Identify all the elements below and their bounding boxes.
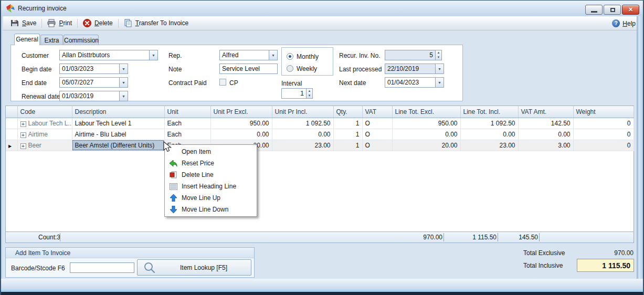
cell-qty[interactable]: 1 bbox=[333, 118, 362, 129]
weekly-radio[interactable] bbox=[287, 65, 293, 72]
cell-qty[interactable]: 1 bbox=[333, 129, 362, 140]
renewal-date-input[interactable] bbox=[59, 91, 120, 101]
cell-code[interactable]: +Airtime bbox=[17, 129, 72, 140]
minimize-button[interactable] bbox=[585, 5, 603, 15]
menu-item-insert-heading-line[interactable]: Insert Heading Line bbox=[165, 181, 257, 192]
end-date-input[interactable] bbox=[59, 77, 120, 88]
cell-line-tot-incl[interactable]: 23.00 bbox=[460, 140, 518, 151]
cell-vat-amt[interactable]: 0.00 bbox=[518, 129, 573, 140]
customer-dropdown-button[interactable]: ▼ bbox=[149, 50, 158, 60]
cell-vat[interactable]: O bbox=[362, 129, 392, 140]
cell-vat-amt[interactable]: 3.00 bbox=[518, 140, 573, 151]
close-button[interactable]: ✕ bbox=[622, 5, 639, 15]
contract-paid-checkbox[interactable] bbox=[219, 79, 226, 86]
menu-item-reset-price[interactable]: Reset Price bbox=[165, 157, 257, 169]
col-header-vat-amt[interactable]: VAT Amt. bbox=[518, 106, 573, 118]
menu-item-move-line-down[interactable]: Move Line Down bbox=[165, 204, 257, 215]
print-icon bbox=[47, 19, 56, 27]
rep-dropdown-button[interactable]: ▼ bbox=[269, 50, 278, 60]
cell-weight[interactable]: 0 bbox=[573, 118, 634, 129]
col-header-line-tot-excl[interactable]: Line Tot. Excl. bbox=[392, 106, 460, 118]
table-row[interactable]: +Airtime Airtime - Blu Label Each 0.00 0… bbox=[6, 129, 634, 140]
tab-extra[interactable]: Extra bbox=[40, 35, 63, 45]
next-date-dropdown-button[interactable]: ▼ bbox=[435, 77, 444, 88]
cell-unit-pr-incl[interactable]: 0.00 bbox=[272, 129, 333, 140]
cell-unit-pr-excl[interactable]: 950.00 bbox=[210, 118, 272, 129]
delete-button[interactable]: Delete bbox=[80, 18, 116, 28]
delete-icon bbox=[83, 19, 91, 27]
chevron-down-icon: ▼ bbox=[271, 54, 275, 57]
last-processed-dropdown-button[interactable]: ▼ bbox=[435, 64, 444, 74]
summary-line-tot-incl: 1 115.50 bbox=[472, 234, 497, 241]
cell-description-selected[interactable]: Beer Amstel (Different Units) bbox=[72, 140, 164, 151]
col-header-code[interactable]: Code bbox=[17, 106, 72, 118]
begin-date-input[interactable] bbox=[59, 64, 120, 74]
cell-unit[interactable]: Each bbox=[164, 129, 210, 140]
col-header-vat[interactable]: VAT bbox=[362, 106, 392, 118]
expander-icon[interactable]: + bbox=[20, 132, 26, 138]
menu-item-delete-line[interactable]: Delete Line bbox=[165, 169, 257, 181]
cell-description[interactable]: Labour Tech Level 1 bbox=[72, 118, 164, 129]
col-header-unit[interactable]: Unit bbox=[164, 106, 210, 118]
transfer-to-invoice-button[interactable]: Transfer To Invoice bbox=[121, 18, 192, 28]
cell-unit-pr-excl[interactable]: 0.00 bbox=[210, 129, 272, 140]
cell-unit[interactable]: Each bbox=[164, 118, 210, 129]
arrow-down-icon bbox=[165, 206, 182, 213]
end-date-dropdown-button[interactable]: ▼ bbox=[119, 77, 128, 88]
cell-vat-amt[interactable]: 142.50 bbox=[518, 118, 573, 129]
col-header-unit-pr-excl[interactable]: Unit Pr Excl. bbox=[210, 106, 272, 118]
recur-inv-no-spinner[interactable]: ▲▼ bbox=[435, 50, 442, 60]
cell-code[interactable]: +Labour Tech L... bbox=[17, 118, 72, 129]
note-input[interactable] bbox=[219, 64, 278, 74]
col-header-line-tot-incl[interactable]: Line Tot. Incl. bbox=[460, 106, 518, 118]
table-row[interactable]: +Labour Tech L... Labour Tech Level 1 Ea… bbox=[6, 118, 634, 129]
col-header-description[interactable]: Description bbox=[72, 106, 164, 118]
next-date-input[interactable] bbox=[385, 77, 436, 88]
tab-commission[interactable]: Commission bbox=[64, 35, 99, 45]
weekly-label: Weekly bbox=[297, 65, 317, 72]
cell-code[interactable]: +Beer bbox=[17, 140, 72, 151]
last-processed-input[interactable] bbox=[385, 64, 436, 74]
expander-icon[interactable]: + bbox=[20, 143, 26, 149]
col-header-weight[interactable]: Weight bbox=[573, 106, 634, 118]
add-item-group: Add Item To Invoice Barcode/Stcode F6 It… bbox=[5, 247, 255, 278]
cell-unit-pr-incl[interactable]: 23.00 bbox=[272, 140, 333, 151]
tab-general-label: General bbox=[16, 36, 38, 43]
expander-icon[interactable]: + bbox=[20, 121, 26, 127]
cell-vat[interactable]: O bbox=[362, 140, 392, 151]
tab-general[interactable]: General bbox=[14, 34, 40, 45]
col-header-qty[interactable]: Qty. bbox=[333, 106, 362, 118]
recur-inv-no-input[interactable] bbox=[385, 50, 436, 60]
cell-description[interactable]: Airtime - Blu Label bbox=[72, 129, 164, 140]
cell-line-tot-excl[interactable]: 20.00 bbox=[392, 140, 460, 151]
cell-weight[interactable]: 0 bbox=[573, 140, 634, 151]
print-button[interactable]: Print bbox=[44, 18, 75, 28]
cell-line-tot-excl[interactable]: 950.00 bbox=[392, 118, 460, 129]
begin-date-dropdown-button[interactable]: ▼ bbox=[119, 64, 128, 74]
interval-input[interactable] bbox=[281, 88, 307, 99]
save-button[interactable]: Save bbox=[7, 18, 39, 28]
customer-input[interactable] bbox=[59, 50, 150, 60]
cell-unit-pr-incl[interactable]: 1 092.50 bbox=[272, 118, 333, 129]
renewal-date-dropdown-button[interactable]: ▼ bbox=[119, 91, 128, 101]
cell-weight[interactable]: 0 bbox=[573, 129, 634, 140]
cell-line-tot-incl[interactable]: 1 092.50 bbox=[460, 118, 518, 129]
insert-heading-icon bbox=[165, 183, 182, 190]
rep-input[interactable] bbox=[219, 50, 269, 60]
reset-price-icon bbox=[165, 160, 182, 167]
interval-spinner[interactable]: ▲▼ bbox=[306, 88, 313, 99]
table-row-selected[interactable]: ▶ +Beer Beer Amstel (Different Units) Ea… bbox=[6, 140, 634, 151]
menu-item-open-item[interactable]: Open Item bbox=[165, 146, 257, 157]
col-header-unit-pr-incl[interactable]: Unit Pr Incl. bbox=[272, 106, 333, 118]
barcode-input[interactable] bbox=[70, 262, 134, 273]
cell-vat[interactable]: O bbox=[362, 118, 392, 129]
recur-inv-no-label: Recur. Inv. No. bbox=[339, 52, 380, 59]
monthly-radio[interactable] bbox=[287, 53, 293, 60]
cell-line-tot-excl[interactable]: 0.00 bbox=[392, 129, 460, 140]
maximize-button[interactable] bbox=[604, 5, 621, 15]
menu-item-move-line-up[interactable]: Move Line Up bbox=[165, 192, 257, 204]
cell-line-tot-incl[interactable]: 0.00 bbox=[460, 129, 518, 140]
help-button[interactable]: ? Help bbox=[612, 16, 636, 30]
cell-qty[interactable]: 1 bbox=[333, 140, 362, 151]
item-lookup-button[interactable]: Item Lookup [F5] bbox=[137, 259, 251, 276]
